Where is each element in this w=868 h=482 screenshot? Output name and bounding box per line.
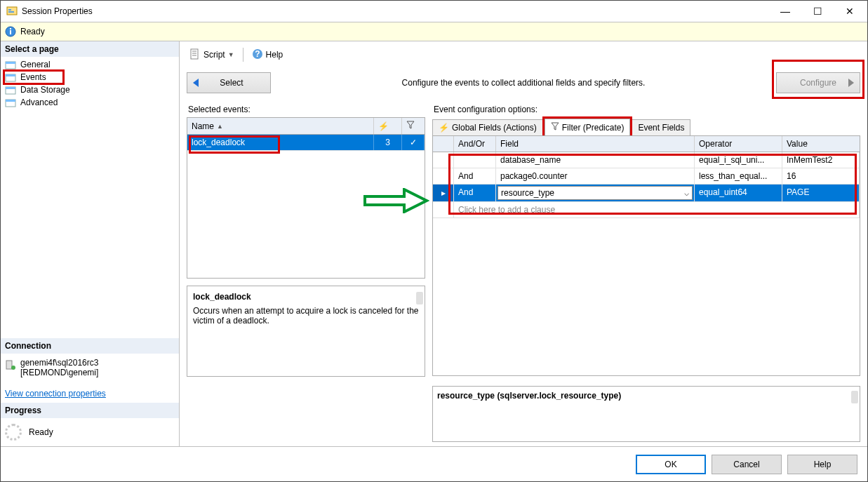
value-cell[interactable]: 16	[782, 168, 860, 184]
col-name[interactable]: Name▲	[187, 118, 374, 134]
field-dropdown-value: resource_type	[501, 188, 554, 198]
filter-row[interactable]: And package0.counter less_than_equal... …	[433, 168, 860, 185]
svg-rect-9	[6, 74, 15, 76]
script-icon	[189, 48, 201, 62]
hint-text: Click here to add a clause	[454, 202, 860, 217]
row-handle[interactable]	[433, 168, 454, 184]
page-icon	[5, 72, 16, 82]
page-label: Events	[20, 72, 46, 82]
col-filter[interactable]	[402, 118, 425, 134]
page-label: General	[20, 60, 51, 69]
selected-events-label: Selected events:	[188, 105, 425, 114]
ok-button[interactable]: OK	[636, 455, 706, 474]
scrollbar[interactable]	[851, 391, 858, 403]
connection-user: [REDMOND\genemi]	[20, 368, 98, 377]
cancel-button[interactable]: Cancel	[712, 455, 782, 474]
view-connection-properties-link[interactable]: View connection properties	[1, 384, 110, 403]
page-item-general[interactable]: General	[1, 58, 179, 71]
filter-grid-header: And/Or Field Operator Value	[433, 136, 860, 152]
progress-text: Ready	[29, 427, 53, 437]
scrollbar[interactable]	[416, 292, 423, 304]
svg-rect-1	[8, 9, 11, 11]
svg-text:?: ?	[255, 49, 260, 59]
select-page-header: Select a page	[1, 41, 179, 57]
field-cell[interactable]: database_name	[496, 152, 695, 168]
connection-info: genemi4f\sql2016rc3 [REDMOND\genemi]	[1, 354, 179, 384]
minimize-button[interactable]: —	[769, 1, 801, 22]
tab-global-fields[interactable]: ⚡ Global Fields (Actions)	[432, 119, 543, 135]
tab-filter-predicate[interactable]: Filter (Predicate)	[545, 119, 631, 135]
sort-asc-icon: ▲	[217, 123, 223, 130]
help-button[interactable]: ? Help	[249, 47, 286, 63]
chevron-down-icon: ▼	[228, 51, 234, 58]
row-handle[interactable]	[433, 152, 454, 168]
table-row[interactable]: lock_deadlock 3 ✓	[187, 135, 425, 151]
svg-rect-13	[6, 100, 15, 102]
config-description: Configure the events to collect addition…	[271, 78, 776, 88]
page-item-events[interactable]: Events	[1, 71, 179, 83]
session-properties-window: Session Properties — ☐ ✕ Ready Select a …	[0, 0, 868, 482]
col-field[interactable]: Field	[496, 136, 695, 152]
page-item-advanced[interactable]: Advanced	[1, 96, 179, 109]
body: Select a page General Events Data Storag…	[1, 41, 867, 446]
script-button[interactable]: Script ▼	[187, 47, 237, 63]
chevron-down-icon[interactable]: ⌵	[684, 188, 689, 198]
operator-cell[interactable]: less_than_equal...	[695, 168, 782, 184]
add-clause-hint[interactable]: Click here to add a clause	[433, 202, 860, 218]
dialog-footer: OK Cancel Help	[1, 446, 867, 481]
svg-rect-16	[191, 49, 198, 59]
col-lightning[interactable]: ⚡	[374, 118, 402, 134]
help-icon: ?	[252, 48, 263, 62]
toolbar: Script ▼ ? Help	[187, 46, 860, 64]
columns: Selected events: Name▲ ⚡	[187, 100, 860, 446]
window-title: Session Properties	[22, 6, 769, 16]
svg-rect-4	[10, 30, 11, 34]
event-desc-title: lock_deadlock	[193, 292, 419, 302]
connection-server: genemi4f\sql2016rc3	[20, 358, 98, 368]
annotation-arrow-icon	[362, 188, 429, 215]
col-value[interactable]: Value	[782, 136, 860, 152]
arrow-right-icon	[848, 79, 854, 87]
filter-row[interactable]: database_name equal_i_sql_uni... InMemTe…	[433, 152, 860, 168]
selected-events-column: Selected events: Name▲ ⚡	[187, 100, 425, 442]
filter-row-selected[interactable]: ▸ And resource_type ⌵ equal_uint64	[433, 185, 860, 202]
help-button[interactable]: Help	[787, 455, 857, 474]
tab-label: Event Fields	[638, 123, 684, 133]
funnel-icon	[551, 122, 559, 133]
close-button[interactable]: ✕	[834, 1, 866, 22]
configure-label: Configure	[800, 78, 836, 88]
tab-label: Filter (Predicate)	[562, 123, 625, 133]
field-cell[interactable]: package0.counter	[496, 168, 695, 184]
field-cell-editor[interactable]: resource_type ⌵	[496, 185, 695, 201]
page-label: Advanced	[20, 98, 58, 107]
filter-grid-area: And/Or Field Operator Value database_nam…	[432, 135, 860, 376]
page-item-data-storage[interactable]: Data Storage	[1, 83, 179, 96]
connection-header: Connection	[1, 338, 179, 354]
lightning-icon: ⚡	[378, 121, 389, 131]
config-tabs: ⚡ Global Fields (Actions) Filter (Predic…	[432, 117, 860, 135]
andor-cell[interactable]	[454, 152, 496, 168]
lightning-icon: ⚡	[439, 123, 449, 133]
value-cell[interactable]: InMemTest2	[782, 152, 860, 168]
andor-cell[interactable]: And	[454, 185, 496, 201]
filter-grid: And/Or Field Operator Value database_nam…	[433, 136, 860, 218]
page-icon	[5, 85, 16, 95]
configure-button[interactable]: Configure	[776, 72, 860, 93]
col-andor[interactable]: And/Or	[454, 136, 496, 152]
svg-rect-0	[7, 7, 17, 15]
col-operator[interactable]: Operator	[695, 136, 782, 152]
maximize-button[interactable]: ☐	[801, 1, 834, 22]
progress-box: Ready	[1, 418, 179, 446]
progress-header: Progress	[1, 403, 179, 418]
status-infobar: Ready	[1, 22, 867, 41]
row-handle[interactable]: ▸	[433, 185, 454, 201]
predicate-detail-text: resource_type (sqlserver.lock_resource_t…	[437, 391, 855, 401]
select-button[interactable]: Select	[187, 72, 271, 93]
row-handle-col	[433, 136, 454, 152]
andor-cell[interactable]: And	[454, 168, 496, 184]
page-icon	[5, 98, 16, 107]
operator-cell[interactable]: equal_i_sql_uni...	[695, 152, 782, 168]
operator-cell[interactable]: equal_uint64	[695, 185, 782, 201]
value-cell[interactable]: PAGE	[782, 185, 860, 201]
tab-event-fields[interactable]: Event Fields	[632, 119, 690, 135]
